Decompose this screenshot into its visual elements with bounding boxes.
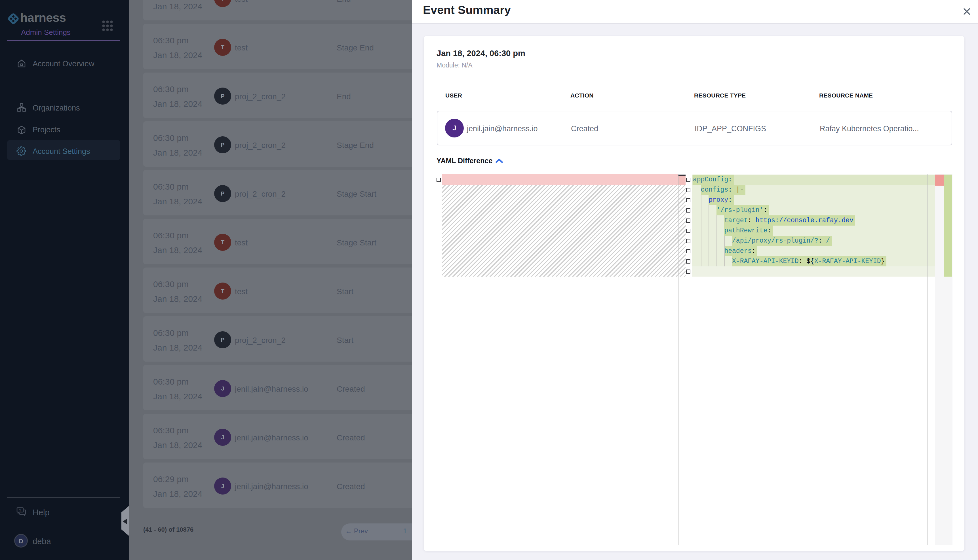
svg-text:?: ? bbox=[19, 508, 22, 512]
